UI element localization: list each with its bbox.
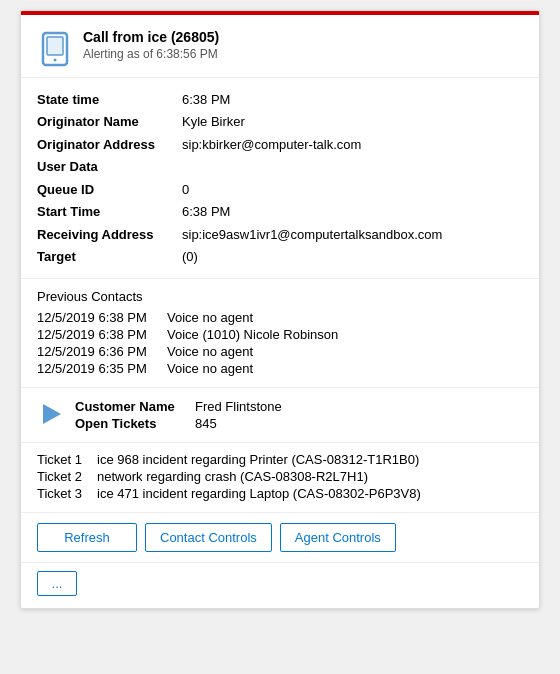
start-time-row: Start Time 6:38 PM [37,201,523,224]
buttons-section: Refresh Contact Controls Agent Controls [21,513,539,563]
open-tickets-row: Open Tickets 845 [75,415,282,432]
queue-id-row: Queue ID 0 [37,178,523,201]
header-section: Call from ice (26805) Alerting as of 6:3… [21,15,539,78]
contact-date: 12/5/2019 6:38 PM [37,327,167,342]
svg-marker-4 [43,404,61,424]
list-item: 12/5/2019 6:36 PM Voice no agent [37,343,523,360]
customer-name-value: Fred Flintstone [195,399,282,414]
more-button[interactable]: ... [37,571,77,596]
header-title: Call from ice (26805) [83,29,219,45]
ticket-label: Ticket 3 [37,486,97,501]
contact-desc: Voice (1010) Nicole Robinson [167,327,338,342]
start-time-label: Start Time [37,202,182,222]
header-subtitle: Alerting as of 6:38:56 PM [83,47,219,61]
state-time-label: State time [37,90,182,110]
list-item: 12/5/2019 6:38 PM Voice (1010) Nicole Ro… [37,326,523,343]
originator-address-row: Originator Address sip:kbirker@computer-… [37,133,523,156]
info-section: State time 6:38 PM Originator Name Kyle … [21,78,539,279]
receiving-address-row: Receiving Address sip:ice9asw1ivr1@compu… [37,223,523,246]
queue-id-value: 0 [182,180,189,200]
contact-desc: Voice no agent [167,310,253,325]
ticket-desc: ice 471 incident regarding Laptop (CAS-0… [97,486,523,501]
receiving-address-label: Receiving Address [37,225,182,245]
previous-contacts-section: Previous Contacts 12/5/2019 6:38 PM Voic… [21,279,539,388]
ticket-desc: ice 968 incident regarding Printer (CAS-… [97,452,523,467]
table-row: Ticket 3 ice 471 incident regarding Lapt… [37,485,523,502]
originator-name-value: Kyle Birker [182,112,245,132]
table-row: Ticket 2 network regarding crash (CAS-08… [37,468,523,485]
contact-desc: Voice no agent [167,361,253,376]
agent-controls-button[interactable]: Agent Controls [280,523,396,552]
target-label: Target [37,247,182,267]
table-row: Ticket 1 ice 968 incident regarding Prin… [37,451,523,468]
more-section: ... [21,563,539,608]
refresh-button[interactable]: Refresh [37,523,137,552]
user-data-row: User Data [37,156,523,179]
ticket-label: Ticket 2 [37,469,97,484]
svg-rect-1 [47,37,63,55]
crm-info: Customer Name Fred Flintstone Open Ticke… [75,398,282,432]
contact-date: 12/5/2019 6:36 PM [37,344,167,359]
contact-desc: Voice no agent [167,344,253,359]
customer-name-label: Customer Name [75,399,195,414]
user-data-label: User Data [37,157,182,177]
receiving-address-value: sip:ice9asw1ivr1@computertalksandbox.com [182,225,442,245]
queue-id-label: Queue ID [37,180,182,200]
svg-point-3 [54,59,57,62]
contact-date: 12/5/2019 6:38 PM [37,310,167,325]
tickets-section: Ticket 1 ice 968 incident regarding Prin… [21,443,539,513]
start-time-value: 6:38 PM [182,202,230,222]
contact-controls-button[interactable]: Contact Controls [145,523,272,552]
originator-address-value: sip:kbirker@computer-talk.com [182,135,361,155]
header-text: Call from ice (26805) Alerting as of 6:3… [83,29,219,61]
state-time-row: State time 6:38 PM [37,88,523,111]
open-tickets-value: 845 [195,416,217,431]
crm-section: Customer Name Fred Flintstone Open Ticke… [21,388,539,443]
crm-play-icon [37,400,65,428]
ticket-desc: network regarding crash (CAS-08308-R2L7H… [97,469,523,484]
ticket-label: Ticket 1 [37,452,97,467]
main-card: Call from ice (26805) Alerting as of 6:3… [20,10,540,609]
originator-name-label: Originator Name [37,112,182,132]
open-tickets-label: Open Tickets [75,416,195,431]
target-value: (0) [182,247,198,267]
target-row: Target (0) [37,246,523,269]
state-time-value: 6:38 PM [182,90,230,110]
originator-name-row: Originator Name Kyle Birker [37,111,523,134]
customer-name-row: Customer Name Fred Flintstone [75,398,282,415]
previous-contacts-heading: Previous Contacts [37,289,523,304]
phone-icon [37,31,73,67]
originator-address-label: Originator Address [37,135,182,155]
list-item: 12/5/2019 6:35 PM Voice no agent [37,360,523,377]
contact-date: 12/5/2019 6:35 PM [37,361,167,376]
list-item: 12/5/2019 6:38 PM Voice no agent [37,309,523,326]
